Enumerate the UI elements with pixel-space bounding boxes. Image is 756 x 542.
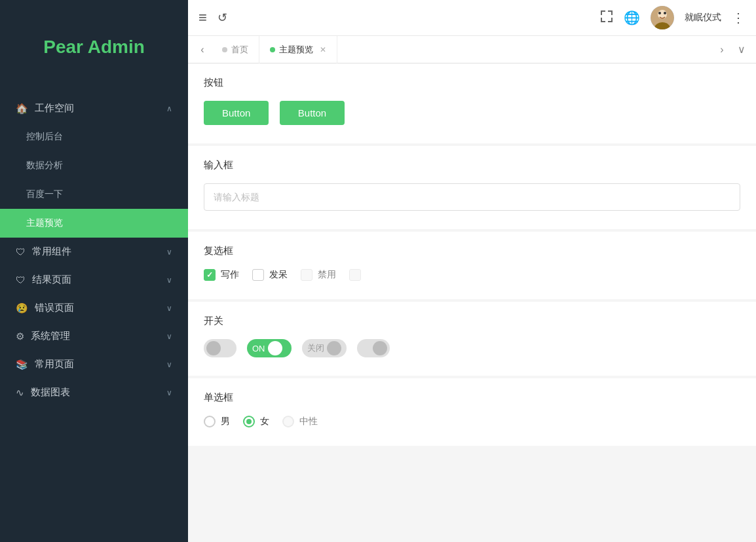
toggle-on[interactable]: ON: [247, 339, 292, 357]
radio-female-circle[interactable]: [243, 416, 255, 427]
content-area: 按钮 Button Button 输入框 复选框 写作 发呆: [188, 63, 756, 542]
toggle-plain-circle[interactable]: [357, 339, 390, 357]
data-charts-icon: ∿: [16, 387, 24, 399]
toggle-plain-off[interactable]: [204, 339, 236, 357]
tabs-next-button[interactable]: ›: [713, 41, 731, 59]
checkbox-daydream-label: 发呆: [269, 269, 288, 281]
topbar-left: ≡ ↺: [198, 9, 227, 26]
tab-home-dot: [222, 47, 227, 52]
common-components-chevron: ∨: [166, 247, 172, 257]
radio-row: 男 女 中性: [204, 416, 740, 427]
checkbox-disabled: 禁用: [301, 269, 336, 281]
menu-toggle-icon[interactable]: ≡: [198, 9, 207, 26]
radio-male-label: 男: [221, 416, 230, 427]
button-1[interactable]: Button: [204, 101, 269, 125]
sidebar: Pear Admin 🏠 工作空间 ∧ 控制后台 数据分析 百度一下 主题预览 …: [0, 0, 188, 542]
section-checkbox-title: 复选框: [204, 245, 740, 257]
toggle-off[interactable]: 关闭: [302, 339, 347, 357]
buttons-row: Button Button: [204, 101, 740, 125]
sidebar-group-label-system-management: 系统管理: [31, 330, 70, 342]
toggle-plain-circle-knob: [373, 341, 387, 355]
radio-male-circle[interactable]: [204, 416, 216, 427]
sidebar-group-common-pages[interactable]: 📚 常用页面 ∨: [0, 350, 188, 378]
sidebar-section-common-components: 🛡 常用组件 ∨: [0, 238, 188, 266]
sidebar-group-label-data-charts: 数据图表: [31, 386, 70, 399]
sidebar-group-workspace[interactable]: 🏠 工作空间 ∧: [0, 94, 188, 122]
checkbox-writing-box[interactable]: [204, 269, 216, 281]
sidebar-item-dashboard[interactable]: 控制后台: [0, 122, 188, 151]
input-title[interactable]: [204, 183, 740, 211]
section-checkbox: 复选框 写作 发呆 禁用: [188, 232, 756, 299]
checkbox-row: 写作 发呆 禁用: [204, 269, 740, 281]
error-pages-chevron: ∨: [166, 304, 172, 313]
checkbox-disabled-label: 禁用: [318, 269, 336, 281]
sidebar-section-common-pages: 📚 常用页面 ∨: [0, 350, 188, 378]
error-pages-icon: 😢: [16, 302, 28, 314]
toggle-on-knob: [268, 341, 282, 355]
refresh-icon[interactable]: ↺: [217, 10, 227, 25]
expand-icon[interactable]: [600, 10, 613, 26]
tab-theme-preview-label: 主题预览: [279, 44, 313, 56]
tab-theme-preview[interactable]: 主题预览 ✕: [259, 36, 337, 63]
username-label[interactable]: 就眠仪式: [685, 12, 721, 24]
sidebar-section-error-pages: 😢 错误页面 ∨: [0, 294, 188, 322]
tabs-prev-button[interactable]: ‹: [193, 41, 212, 59]
radio-neutral-label: 中性: [299, 416, 318, 427]
radio-neutral: 中性: [282, 416, 318, 427]
section-toggle: 开关 ON 关闭: [188, 302, 756, 376]
sidebar-item-theme-preview[interactable]: 主题预览: [0, 209, 188, 238]
globe-icon[interactable]: 🌐: [624, 10, 640, 26]
sidebar-group-label-result-pages: 结果页面: [32, 274, 71, 286]
avatar[interactable]: [651, 6, 674, 29]
section-input-title: 输入框: [204, 159, 740, 172]
sidebar-section-data-charts: ∿ 数据图表 ∨: [0, 378, 188, 406]
sidebar-group-label-common-components: 常用组件: [32, 245, 71, 258]
tabs-list: 首页 主题预览 ✕: [212, 36, 713, 63]
tab-home[interactable]: 首页: [212, 36, 259, 63]
sidebar-section-system-management: ⚙ 系统管理 ∨: [0, 322, 188, 350]
radio-male[interactable]: 男: [204, 416, 230, 427]
result-pages-chevron: ∨: [166, 276, 172, 285]
toggle-row: ON 关闭: [204, 339, 740, 357]
tabs-down-button[interactable]: ∨: [732, 41, 751, 59]
more-menu-icon[interactable]: ⋮: [732, 10, 746, 26]
tab-theme-preview-dot: [270, 47, 275, 52]
workspace-chevron: ∧: [166, 104, 172, 113]
result-pages-icon: 🛡: [16, 274, 26, 285]
section-input: 输入框: [188, 146, 756, 229]
sidebar-group-common-components[interactable]: 🛡 常用组件 ∨: [0, 238, 188, 266]
data-charts-chevron: ∨: [166, 388, 172, 397]
tabs-right: › ∨: [713, 41, 751, 59]
sidebar-item-data-analysis[interactable]: 数据分析: [0, 151, 188, 180]
svg-point-4: [664, 12, 666, 14]
sidebar-group-system-management[interactable]: ⚙ 系统管理 ∨: [0, 322, 188, 350]
sidebar-group-label-common-pages: 常用页面: [35, 358, 74, 370]
sidebar-group-label-workspace: 工作空间: [35, 102, 74, 115]
sidebar-group-label-error-pages: 错误页面: [35, 302, 74, 314]
tab-theme-preview-close[interactable]: ✕: [320, 45, 326, 54]
svg-point-1: [658, 10, 667, 19]
section-toggle-title: 开关: [204, 315, 740, 327]
radio-neutral-circle: [282, 416, 294, 427]
sidebar-group-result-pages[interactable]: 🛡 结果页面 ∨: [0, 266, 188, 294]
toggle-off-label: 关闭: [307, 342, 324, 354]
checkbox-daydream[interactable]: 发呆: [252, 269, 288, 281]
radio-female[interactable]: 女: [243, 416, 269, 427]
sidebar-section-workspace: 🏠 工作空间 ∧ 控制后台 数据分析 百度一下 主题预览: [0, 94, 188, 238]
sidebar-item-baidu[interactable]: 百度一下: [0, 180, 188, 209]
checkbox-daydream-box[interactable]: [252, 269, 264, 281]
checkbox-writing-label: 写作: [221, 269, 239, 281]
toggle-off-knob: [327, 341, 341, 355]
toggle-on-label: ON: [252, 344, 265, 353]
topbar-right: 🌐 就眠仪式 ⋮: [600, 6, 746, 29]
tabs-bar: ‹ 首页 主题预览 ✕ › ∨: [188, 36, 756, 63]
common-pages-chevron: ∨: [166, 360, 172, 369]
sidebar-group-data-charts[interactable]: ∿ 数据图表 ∨: [0, 378, 188, 406]
tab-home-label: 首页: [231, 44, 248, 56]
sidebar-group-error-pages[interactable]: 😢 错误页面 ∨: [0, 294, 188, 322]
button-2[interactable]: Button: [280, 101, 345, 125]
checkbox-writing[interactable]: 写作: [204, 269, 239, 281]
section-radio-title: 单选框: [204, 391, 740, 404]
checkbox-disabled-empty-box: [349, 269, 361, 281]
section-radio: 单选框 男 女 中性: [188, 378, 756, 446]
